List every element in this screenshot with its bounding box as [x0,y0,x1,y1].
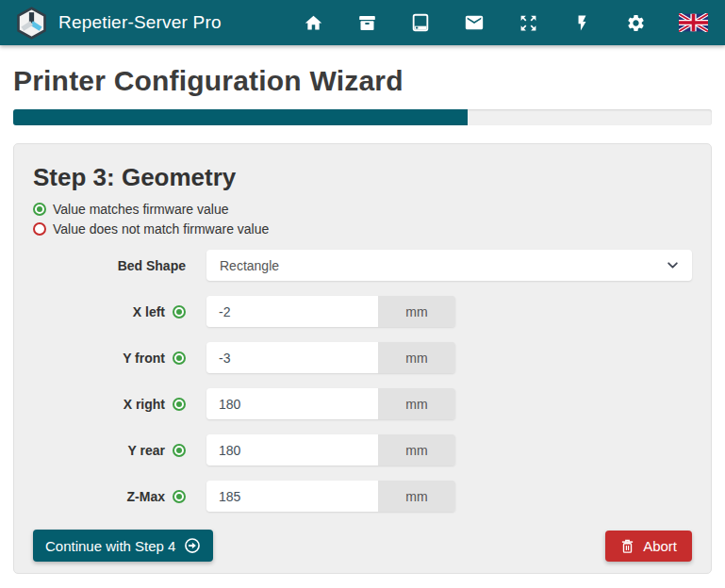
continue-step-button[interactable]: Continue with Step 4 [33,530,213,562]
wizard-progress-bar [13,109,712,125]
match-status-icon [173,490,186,503]
wizard-progress-fill [13,109,468,125]
match-status-icon [173,351,186,365]
home-icon[interactable] [302,11,324,34]
bed-shape-select[interactable]: Rectangle [206,250,692,281]
y-front-label: Y front [123,351,165,366]
legend-match-label: Value matches firmware value [53,202,228,217]
match-status-icon [173,444,186,457]
z-max-input[interactable] [206,481,378,512]
match-status-icon [173,398,186,411]
expand-arrows-icon[interactable] [517,11,539,34]
repetier-logo-icon[interactable] [15,7,48,40]
unit-addon: mm [378,388,455,419]
continue-step-label: Continue with Step 4 [45,538,175,554]
wizard-step-card: Step 3: Geometry Value matches firmware … [13,143,712,574]
y-front-input[interactable] [206,342,378,373]
chevron-down-icon [667,259,679,271]
z-max-label: Z-Max [127,489,165,504]
page-title: Printer Configuration Wizard [13,65,712,97]
step-title: Step 3: Geometry [33,163,692,192]
abort-button[interactable]: Abort [605,531,692,562]
x-left-label: X left [133,304,165,319]
match-status-icon [33,203,46,216]
x-right-row: X right mm [33,388,692,419]
unit-addon: mm [378,342,455,373]
gear-icon[interactable] [624,11,647,34]
legend-mismatch-row: Value does not match firmware value [33,221,692,237]
lightning-icon[interactable] [570,11,593,34]
navbar-menu [302,11,710,34]
main-content: Printer Configuration Wizard Step 3: Geo… [0,65,725,574]
legend-match-row: Value matches firmware value [33,202,692,217]
bed-shape-value: Rectangle [220,258,667,273]
unit-addon: mm [378,481,455,512]
legend-mismatch-label: Value does not match firmware value [53,221,269,237]
unit-addon: mm [378,434,455,466]
archive-box-icon[interactable] [355,11,378,34]
mail-icon[interactable] [463,11,486,34]
unit-addon: mm [378,296,455,327]
app-title: Repetier-Server Pro [58,12,222,33]
bed-shape-label: Bed Shape [118,258,186,273]
y-rear-input[interactable] [206,434,378,466]
x-left-input[interactable] [206,296,378,327]
firmware-legend: Value matches firmware value Value does … [33,202,692,237]
x-left-row: X left mm [33,296,692,327]
mismatch-status-icon [33,222,46,236]
x-right-label: X right [124,397,165,412]
abort-label: Abort [643,538,677,554]
bed-shape-row: Bed Shape Rectangle [33,250,692,281]
z-max-row: Z-Max mm [33,481,692,512]
y-rear-label: Y rear [128,443,165,458]
wizard-actions: Continue with Step 4 Abort [33,530,692,562]
printer-display-icon[interactable] [409,11,432,34]
y-front-row: Y front mm [33,342,692,373]
x-right-input[interactable] [206,388,378,419]
navbar: Repetier-Server Pro [0,0,725,45]
arrow-right-circle-icon [184,537,201,554]
uk-flag-icon[interactable] [678,11,708,34]
trash-icon [620,538,634,554]
match-status-icon [173,305,186,318]
y-rear-row: Y rear mm [33,434,692,466]
